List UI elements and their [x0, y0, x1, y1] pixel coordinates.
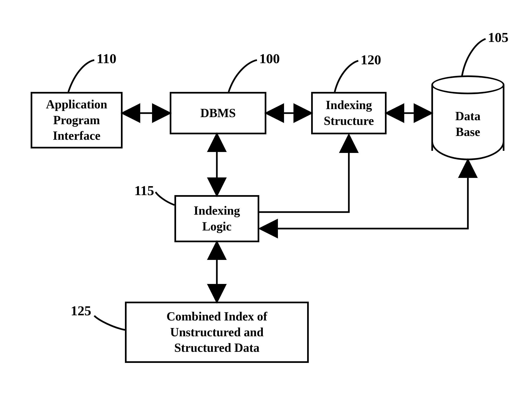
leader-dbms — [229, 60, 257, 92]
ref-api: 110 — [97, 52, 116, 65]
node-api: ApplicationProgramInterface — [31, 92, 123, 148]
node-database: DataBase — [431, 76, 504, 160]
node-dbms-label: DBMS — [200, 105, 236, 121]
edge-database-indexing-logic — [262, 162, 468, 228]
node-indexing-structure-label: IndexingStructure — [324, 97, 374, 129]
ref-indexing-structure: 120 — [361, 53, 381, 67]
edge-indexing-logic-indexing-structure — [259, 137, 349, 212]
node-indexing-structure: IndexingStructure — [311, 92, 386, 134]
diagram-stage: ApplicationProgramInterface DBMS Indexin… — [0, 0, 532, 398]
leader-indexing-logic — [156, 192, 174, 205]
node-indexing-logic-label: IndexingLogic — [194, 203, 240, 234]
leader-database — [462, 39, 486, 76]
node-indexing-logic: IndexingLogic — [174, 195, 259, 242]
node-api-label: ApplicationProgramInterface — [46, 97, 107, 144]
ref-dbms: 100 — [259, 52, 280, 65]
node-combined-index-label: Combined Index ofUnstructured andStructu… — [166, 309, 267, 356]
leader-indexing-structure — [335, 61, 358, 92]
node-dbms: DBMS — [170, 92, 266, 134]
leader-combined-index — [94, 316, 125, 330]
ref-combined-index: 125 — [71, 304, 91, 318]
leader-api — [68, 60, 94, 92]
ref-database: 105 — [488, 31, 508, 44]
node-combined-index: Combined Index ofUnstructured andStructu… — [125, 302, 309, 363]
node-database-label: DataBase — [431, 108, 504, 140]
ref-indexing-logic: 115 — [134, 184, 154, 197]
